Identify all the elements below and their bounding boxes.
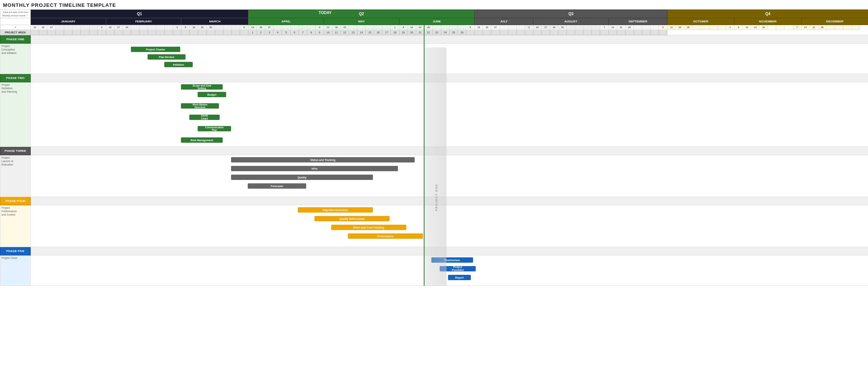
phase-one-label: PHASE ONE xyxy=(0,35,31,44)
month-feb: FEBRUARY xyxy=(106,18,181,25)
phase-five-section-label: Project Close xyxy=(0,255,31,286)
bar-initiation: Initiation xyxy=(164,62,193,67)
bar-plan-review: Plan Review xyxy=(148,54,186,60)
bar-performance: Performance xyxy=(348,233,423,239)
bar-project-charter: Project Charter xyxy=(131,47,180,52)
q1-header: Q1 xyxy=(31,10,248,18)
bar-scope-goal: Scope and GoalSetting xyxy=(181,84,223,90)
phase-four-label: PHASE FOUR xyxy=(0,197,31,205)
phase-two-bars-area: Scope and GoalSetting Budget Work BkdwnS… xyxy=(31,82,868,147)
phase-two-label: PHASE TWO xyxy=(0,74,31,82)
today-badge: TODAY xyxy=(315,9,335,16)
q4-header: Q4 xyxy=(667,10,868,18)
phase-one-bars-area: Project Charter Plan Review Initiation xyxy=(31,44,868,74)
phase-three-bars-area: Status and Tracking KPIs Quality Forecas… xyxy=(31,155,868,197)
phase-five-bars-row: Project Close Postmortem ProjectPunchlis… xyxy=(0,255,868,286)
phase-three-label: PHASE THREE xyxy=(0,147,31,155)
bar-postmortem: Postmortem xyxy=(431,257,473,263)
phase-five-bars-area: Postmortem ProjectPunchlist Report xyxy=(31,255,868,286)
phase-two-header-row: PHASE TWO xyxy=(0,74,868,82)
gantt-container: MONTHLY PROJECT TIMELINE TEMPLATE TODAY xyxy=(0,0,868,286)
month-nov: NOVEMBER xyxy=(734,18,802,25)
month-jun: JUNE xyxy=(399,18,475,25)
phase-three-header-timeline xyxy=(31,147,868,155)
bar-communication-plan: CommunicationPlan xyxy=(198,126,231,131)
project-end-container: PROJECT END xyxy=(432,150,440,245)
day-row: 6 13 20 27 3 10 17 24 2 9 xyxy=(0,25,868,30)
bar-kpis: KPIs xyxy=(231,166,398,171)
phase-four-section-label: ProjectPerformanceand Control xyxy=(0,205,31,247)
bar-project-punchlist: ProjectPunchlist xyxy=(440,266,476,271)
q3-header: Q3 xyxy=(475,10,667,18)
phase-one-header-row: PHASE ONE xyxy=(0,35,868,44)
month-jul: JULY xyxy=(475,18,533,25)
bar-status-tracking: Status and Tracking xyxy=(231,157,415,162)
month-row: JANUARY FEBRUARY MARCH APRIL MAY JUNE JU… xyxy=(0,18,868,25)
phase-four-bars-area: Objective Execution Quality Deliverables… xyxy=(31,205,868,247)
phase-two-bars-row: ProjectDefinitionand Planning Scope and … xyxy=(0,82,868,147)
month-mar: MARCH xyxy=(181,18,248,25)
bar-risk-mgmt: Risk Management xyxy=(181,137,223,143)
bar-wbs: Work BkdwnStructure xyxy=(181,103,219,109)
month-oct: OCTOBER xyxy=(667,18,734,25)
phase-two-section-label: ProjectDefinitionand Planning xyxy=(0,82,31,147)
bar-effort-cost: Effort and Cost Tracking xyxy=(331,225,406,230)
month-dec: DECEMBER xyxy=(801,18,868,25)
month-aug: AUGUST xyxy=(533,18,609,25)
bar-quality: Quality xyxy=(231,175,373,180)
page-title: MONTHLY PROJECT TIMELINE TEMPLATE xyxy=(0,0,868,9)
phase-five-header-timeline xyxy=(31,247,868,255)
project-end-text: PROJECT END xyxy=(435,184,438,211)
phase-one-section-label: ProjectConceptionand Initiation xyxy=(0,44,31,74)
quarter-row: Enter the date of the first Monday of ea… xyxy=(0,10,868,18)
bar-gantt-chart: GanttChart xyxy=(189,115,220,120)
bar-report: Report xyxy=(448,275,471,280)
phase-one-header-timeline xyxy=(31,35,868,44)
q2-header: Q2 xyxy=(248,10,475,18)
month-may: MAY xyxy=(324,18,399,25)
phase-one-bars-row: ProjectConceptionand Initiation Project … xyxy=(0,44,868,74)
phase-two-header-timeline xyxy=(31,74,868,82)
month-sep: SEPTEMBER xyxy=(609,18,667,25)
project-week-row: PROJECT WEEK xyxy=(0,30,868,35)
phase-four-header-timeline xyxy=(31,197,868,205)
phase-five-label: PHASE FIVE xyxy=(0,247,31,255)
phase-three-section-label: ProjectLaunch ofExecution xyxy=(0,155,31,197)
month-jan: JANUARY xyxy=(31,18,106,25)
project-week-label: PROJECT WEEK xyxy=(0,30,31,35)
bar-budget: Budget xyxy=(198,92,226,97)
phase-five-header-row: PHASE FIVE xyxy=(0,247,868,255)
bar-quality-deliv: Quality Deliverables xyxy=(314,216,390,221)
bar-forecasts: Forecasts xyxy=(248,183,306,189)
bar-obj-exec: Objective Execution xyxy=(298,207,373,213)
month-apr: APRIL xyxy=(248,18,324,25)
hint-cell: Enter the date of the first Monday of ea… xyxy=(0,10,31,18)
